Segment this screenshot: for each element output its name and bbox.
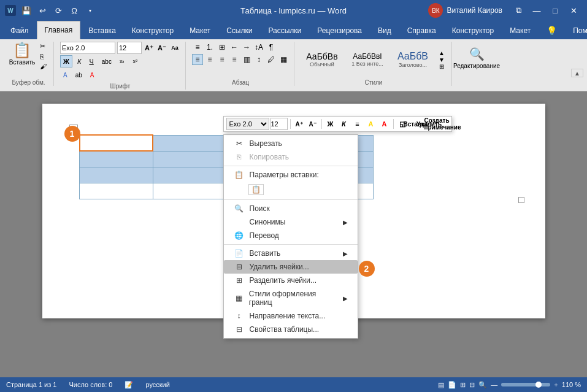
mt-font-color-button[interactable]: A (378, 118, 391, 130)
qa-redo[interactable]: ⟳ (52, 4, 65, 17)
ctx-border-styles[interactable]: ▦ Стили оформления границ ▶ (224, 287, 358, 309)
strikethrough-button[interactable]: abc (99, 55, 115, 67)
align-justify-button[interactable]: ≡ (229, 54, 240, 65)
mt-shrink-icon[interactable]: A⁻ (307, 118, 319, 130)
text-effect-button[interactable]: A (60, 69, 71, 81)
subscript-button[interactable]: x₂ (117, 55, 128, 67)
paste-option-icon[interactable]: 📋 (248, 184, 264, 195)
cell-r2c1[interactable] (80, 151, 153, 167)
qa-symbol[interactable]: Ω (67, 4, 81, 17)
cut-button[interactable]: ✂ (38, 42, 48, 51)
column-button[interactable]: ▥ (241, 54, 252, 65)
ctx-insert[interactable]: 📄 Вставить ▶ (224, 247, 358, 260)
cell-r2c2[interactable] (153, 151, 226, 167)
indent-decrease[interactable]: ← (229, 42, 240, 53)
align-center-button[interactable]: ≡ (204, 54, 215, 65)
tab-assistant[interactable]: Помощь (565, 26, 587, 35)
ctx-split-cells[interactable]: ⊞ Разделить ячейки... (224, 274, 358, 287)
ctx-copy[interactable]: ⎘ Копировать (224, 150, 358, 164)
highlight-button[interactable]: ab (72, 69, 85, 81)
style-heading[interactable]: АаБбВ Заголово... (391, 42, 434, 77)
zoom-level[interactable]: 110 % (562, 381, 581, 388)
cell-r4c1[interactable] (80, 183, 153, 199)
ctx-cut[interactable]: ✂ Вырезать (224, 137, 358, 150)
tab-table-layout[interactable]: Макет (502, 21, 539, 39)
mt-font-size[interactable] (270, 118, 288, 130)
border-button[interactable]: ▦ (278, 54, 289, 65)
cell-r3c1[interactable] (80, 167, 153, 183)
mt-comment-button[interactable]: Создатьпримечание (437, 118, 449, 130)
zoom-plus-button[interactable]: + (554, 381, 558, 388)
num-list-button[interactable]: 1. (204, 42, 215, 53)
qa-dropdown[interactable]: ▾ (83, 4, 97, 17)
italic-button[interactable]: К (74, 55, 84, 67)
align-right-button[interactable]: ≡ (217, 54, 228, 65)
paste-button[interactable]: 📋 Вставить (9, 42, 36, 67)
ctx-paste-options[interactable]: 📋 Параметры вставки: (224, 168, 358, 182)
cell-selected-1[interactable] (153, 135, 226, 151)
ctx-table-props[interactable]: ⊟ Свойства таблицы... (224, 323, 358, 336)
tab-view[interactable]: Вид (370, 21, 399, 39)
window-minimize[interactable]: — (528, 2, 545, 19)
clear-format-button[interactable]: Aa (169, 42, 180, 53)
style-normal[interactable]: АаБбВв Обычный (301, 42, 343, 77)
window-restore[interactable]: ⧉ (510, 2, 527, 19)
font-size-increase[interactable]: A⁺ (144, 42, 155, 53)
bold-button[interactable]: Ж (60, 55, 72, 67)
font-size-decrease[interactable]: A⁻ (156, 42, 167, 53)
view-outline-icon[interactable]: ⊟ (469, 381, 475, 389)
qa-save[interactable]: 💾 (20, 4, 33, 17)
tab-mailings[interactable]: Рассылки (260, 21, 309, 39)
tab-file[interactable]: Файл (2, 21, 37, 39)
view-normal-icon[interactable]: ▤ (438, 381, 444, 389)
cell-r4c2[interactable] (153, 183, 226, 199)
tab-design[interactable]: Конструктор (124, 21, 182, 39)
ctx-text-direction[interactable]: ↕ Направление текста... (224, 309, 358, 323)
copy-button[interactable]: ⎘ (38, 52, 48, 61)
ctx-delete-cells[interactable]: ⊟ Удалить ячейки... (224, 260, 358, 274)
view-web-icon[interactable]: 📄 (448, 381, 456, 389)
line-spacing-button[interactable]: ↕ (253, 54, 264, 65)
view-print-icon[interactable]: ⊞ (460, 381, 466, 389)
cell-r3c2[interactable] (153, 167, 226, 183)
ctx-search[interactable]: 🔍 Поиск (224, 202, 358, 215)
mt-highlight-button[interactable]: A (365, 118, 377, 130)
style-no-spacing[interactable]: АаБбВвI 1 Без инте... (346, 42, 389, 77)
tab-layout[interactable]: Макет (182, 21, 218, 39)
table-resize-handle[interactable] (518, 197, 524, 203)
zoom-slider[interactable] (501, 383, 550, 386)
tab-table-design[interactable]: Конструктор (444, 21, 502, 39)
tab-ideas[interactable]: 💡 (539, 25, 565, 36)
tab-home[interactable]: Главная (37, 21, 81, 39)
tab-references[interactable]: Ссылки (218, 21, 260, 39)
superscript-button[interactable]: x² (129, 55, 140, 67)
mt-bold-button[interactable]: Ж (324, 118, 337, 130)
multi-list-button[interactable]: ⊞ (217, 42, 228, 53)
styles-scroll[interactable]: ▲ ▼ ⊞ (437, 50, 447, 70)
underline-button[interactable]: Ч (86, 55, 96, 67)
tab-insert[interactable]: Вставка (80, 21, 124, 39)
mt-grow-icon[interactable]: A⁺ (293, 118, 305, 130)
mt-italic-button[interactable]: К (338, 118, 350, 130)
bullet-list-button[interactable]: ≡ (192, 42, 203, 53)
format-painter-button[interactable]: 🖌 (38, 62, 48, 71)
ctx-synonyms[interactable]: Синонимы ▶ (224, 215, 358, 229)
ctx-translate[interactable]: 🌐 Перевод (224, 229, 358, 242)
window-maximize[interactable]: □ (547, 2, 564, 19)
tab-help[interactable]: Справка (399, 21, 444, 39)
qa-undo[interactable]: ↩ (36, 4, 49, 17)
indent-increase[interactable]: → (241, 42, 252, 53)
ribbon-collapse-button[interactable]: ▲ (571, 69, 583, 77)
show-marks-button[interactable]: ¶ (266, 42, 277, 53)
tab-review[interactable]: Рецензирова (309, 21, 370, 39)
shading-button[interactable]: 🖊 (266, 54, 277, 65)
zoom-minus-button[interactable]: — (491, 381, 497, 388)
align-left-button[interactable]: ≡ (192, 54, 203, 65)
font-size-input[interactable] (117, 42, 142, 54)
font-color-button[interactable]: A (87, 69, 98, 81)
find-button[interactable]: 🔍 Редактирование (458, 42, 495, 74)
view-read-icon[interactable]: 🔍 (478, 381, 487, 389)
cell-highlighted[interactable] (80, 135, 153, 151)
mt-font-select[interactable]: Exo 2.0 (226, 118, 269, 130)
window-close[interactable]: ✕ (565, 2, 582, 19)
